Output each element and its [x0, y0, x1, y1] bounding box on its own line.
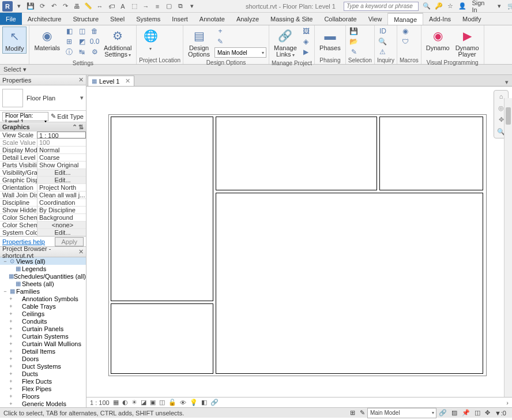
tree-item[interactable]: ▦Sheets (all): [0, 280, 86, 287]
instance-combo[interactable]: Floor Plan: Level 1: [2, 112, 48, 121]
text-icon[interactable]: A: [118, 1, 128, 12]
open-icon[interactable]: ▾: [14, 1, 24, 12]
property-row[interactable]: Detail LevelCoarse: [0, 154, 86, 162]
save-selection-icon[interactable]: 💾: [348, 27, 360, 36]
pick-to-edit-icon[interactable]: ✎: [214, 37, 226, 46]
default3d-icon[interactable]: ⬚: [129, 1, 140, 12]
expand-icon[interactable]: +: [8, 318, 14, 324]
select-face-icon[interactable]: ◫: [472, 409, 483, 417]
tree-item[interactable]: +Ducts: [0, 370, 86, 377]
tree-item[interactable]: +Cable Trays: [0, 302, 86, 310]
thin-lines-icon[interactable]: ≡: [152, 1, 163, 12]
shadows-icon[interactable]: ◪: [141, 399, 146, 406]
phases-button[interactable]: ▬ Phases: [317, 27, 343, 52]
warnings-icon[interactable]: ⚠: [377, 47, 389, 57]
design-options-button[interactable]: ▤ DesignOptions: [186, 27, 212, 59]
tree-item[interactable]: +Conduits: [0, 317, 86, 325]
expand-icon[interactable]: +: [8, 401, 14, 407]
search-input[interactable]: [344, 2, 419, 11]
pan-icon[interactable]: ✥: [499, 116, 504, 123]
search-icon[interactable]: 🔍: [422, 1, 432, 12]
switch-windows-icon[interactable]: ⧉: [175, 1, 186, 12]
sun-path-icon[interactable]: ☀: [131, 399, 137, 406]
macro-security-icon[interactable]: 🛡: [400, 37, 411, 46]
starting-view-icon[interactable]: ▶: [300, 47, 312, 57]
drag-elements-icon[interactable]: ✥: [483, 409, 492, 417]
property-row[interactable]: Graphic Displ...Edit...: [0, 177, 86, 184]
purge-icon[interactable]: 🗑: [89, 27, 100, 36]
expand-icon[interactable]: +: [8, 311, 14, 317]
reveal-constraints-icon[interactable]: 🔗: [210, 399, 219, 406]
favorite-icon[interactable]: ☆: [446, 1, 455, 12]
tab-view[interactable]: View: [363, 13, 388, 25]
object-styles-icon[interactable]: ◧: [63, 27, 75, 36]
expand-icon[interactable]: +: [8, 356, 14, 362]
type-dropdown-icon[interactable]: ▾: [80, 94, 84, 102]
tree-item[interactable]: +Flex Ducts: [0, 377, 86, 385]
property-row[interactable]: Color Scheme...Background: [0, 214, 86, 222]
property-row[interactable]: OrientationProject North: [0, 184, 86, 192]
editable-only-icon[interactable]: ✎: [357, 409, 367, 417]
tree-item[interactable]: ▦Legends: [0, 265, 86, 272]
save-icon[interactable]: 💾: [25, 1, 36, 12]
tree-item[interactable]: +Doors: [0, 355, 86, 362]
show-crop-icon[interactable]: ◫: [159, 399, 165, 406]
global-params-icon[interactable]: ◩: [76, 37, 88, 46]
section-icon[interactable]: →: [141, 1, 151, 12]
units-icon[interactable]: 0.0: [89, 37, 100, 46]
tree-item[interactable]: +Curtain Panels: [0, 325, 86, 332]
tag-icon[interactable]: 🏷: [106, 1, 116, 12]
expand-icon[interactable]: +: [8, 326, 14, 332]
additional-settings-button[interactable]: ⚙ AdditionalSettings: [101, 27, 134, 59]
expand-icon[interactable]: +: [8, 303, 14, 309]
expand-icon[interactable]: +: [8, 393, 14, 399]
expand-icon[interactable]: +: [8, 296, 14, 302]
key-icon[interactable]: 🔑: [434, 1, 444, 12]
tab-addins[interactable]: Add-Ins: [423, 13, 457, 25]
crop-view-icon[interactable]: ▣: [150, 399, 156, 406]
tree-item[interactable]: +Flex Pipes: [0, 385, 86, 392]
expand-icon[interactable]: +: [8, 378, 14, 384]
tree-item[interactable]: +Detail Items: [0, 347, 86, 355]
tree-item[interactable]: +Curtain Wall Mullions: [0, 340, 86, 347]
property-row[interactable]: Scale Value 1:100: [0, 139, 86, 147]
scroll-right-icon[interactable]: ›: [506, 399, 509, 406]
sign-in-link[interactable]: Sign In: [469, 0, 492, 13]
dynamo-button[interactable]: ◉ Dynamo: [424, 27, 452, 52]
expand-icon[interactable]: −: [2, 258, 8, 264]
doc-tab-level1[interactable]: ▦ Level 1 ✕: [88, 76, 134, 86]
edit-type-button[interactable]: ✎Edit Type: [51, 112, 84, 120]
search-box[interactable]: [344, 2, 419, 11]
tree-item[interactable]: +Generic Models: [0, 400, 86, 407]
vertical-scrollbar[interactable]: [504, 98, 512, 397]
tree-item[interactable]: +Duct Systems: [0, 362, 86, 370]
tab-systems[interactable]: Systems: [130, 13, 166, 25]
temp-hide-icon[interactable]: 👁: [180, 399, 186, 406]
tree-item[interactable]: +Annotation Symbols: [0, 295, 86, 302]
tree-item[interactable]: +Curtain Systems: [0, 332, 86, 340]
properties-close-icon[interactable]: ✕: [78, 76, 84, 84]
drawing-canvas[interactable]: ⌂ ◎ ✥ 🔍: [86, 87, 512, 397]
property-row[interactable]: Display ModelNormal: [0, 147, 86, 154]
sync-icon[interactable]: ⟳: [37, 1, 47, 12]
undo-icon[interactable]: ↶: [48, 1, 59, 12]
wheel-icon[interactable]: ◎: [498, 104, 504, 112]
expand-icon[interactable]: ⌃: [72, 123, 77, 131]
expand-icon[interactable]: +: [8, 341, 14, 347]
expand-icon[interactable]: +: [8, 371, 14, 377]
tree-item[interactable]: ▦Schedules/Quantities (all): [0, 272, 86, 280]
select-underlay-icon[interactable]: ▨: [449, 409, 460, 417]
tab-file[interactable]: File: [0, 13, 22, 25]
select-pinned-icon[interactable]: 📌: [460, 409, 472, 417]
location-button[interactable]: 🌐: [139, 27, 162, 53]
design-option-combo[interactable]: Main Model: [367, 408, 436, 418]
measure-icon[interactable]: 📏: [83, 1, 93, 12]
transfer-icon[interactable]: ↹: [76, 47, 88, 57]
scrollbar-thumb[interactable]: [506, 107, 511, 125]
worksets-icon[interactable]: ⊞: [348, 409, 357, 417]
properties-help-link[interactable]: Properties help: [2, 238, 45, 245]
main-model-combo[interactable]: Main Model: [214, 47, 266, 58]
app-icon[interactable]: R: [2, 1, 13, 12]
close-hidden-icon[interactable]: ▢: [164, 1, 174, 12]
cart-icon[interactable]: 🛒: [507, 1, 512, 12]
